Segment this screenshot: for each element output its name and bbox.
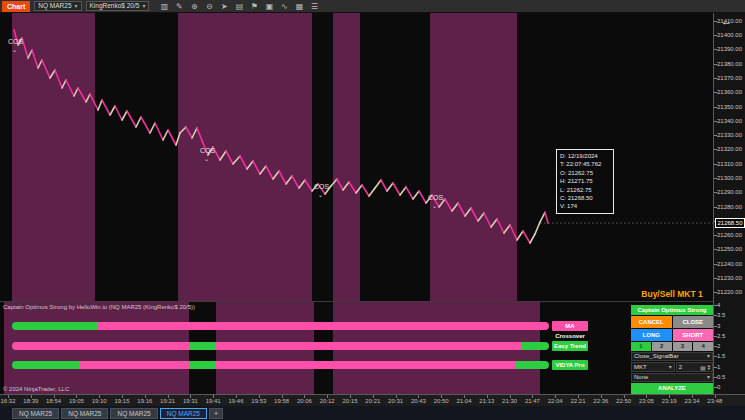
order-type-dropdown[interactable]: MKT ▾ xyxy=(631,362,675,372)
atm-strategy-dropdown[interactable]: None ▾ xyxy=(631,373,713,382)
price-segment xyxy=(141,117,150,133)
instrument-selector[interactable]: NQ MAR25 ▾ xyxy=(34,1,81,11)
add-tab-button[interactable]: + xyxy=(209,408,223,419)
tab-nq-mar25-3[interactable]: NQ MAR25 xyxy=(110,408,157,419)
tab-nq-mar25-2[interactable]: NQ MAR25 xyxy=(61,408,108,419)
time-axis-label: 20:12 xyxy=(320,398,335,404)
tab-nq-mar25-1[interactable]: NQ MAR25 xyxy=(12,408,59,419)
bars-icon[interactable]: ▥ xyxy=(159,1,169,12)
indicator-label: Easy Trend xyxy=(552,341,588,351)
price-segment xyxy=(110,106,115,115)
draw-icon[interactable]: ✎ xyxy=(174,1,184,12)
indicator-axis-label: 4 xyxy=(717,302,720,308)
price-segment xyxy=(163,130,168,140)
price-segment xyxy=(540,212,545,222)
analyze-button[interactable]: ANALYZE xyxy=(631,383,713,394)
toolbar-icons: ▥✎⊕⊖➤▤⚑▣∿▦☰ xyxy=(159,1,319,12)
price-axis-label: 21260.00 xyxy=(717,232,742,238)
price-axis[interactable]: ← 21268.50 21410.0021400.0021390.0021380… xyxy=(713,13,745,394)
time-axis-label: 22:50 xyxy=(616,398,631,404)
indicator-label: MA Crossover xyxy=(552,321,588,331)
price-segment xyxy=(375,180,381,188)
chevron-down-icon: ▾ xyxy=(142,2,145,10)
price-chart[interactable]: COS⌄COS⌄COS⌄COS⌄ D: 12/19/2024T: 22:07:4… xyxy=(0,13,713,301)
indicator-panel[interactable]: Captain Optimus Strong by HelloWin.io (N… xyxy=(0,301,713,394)
price-axis-label: 21370.00 xyxy=(717,75,742,81)
zoom-out-icon[interactable]: ⊖ xyxy=(204,1,214,12)
close-mode-dropdown[interactable]: Close_SignalBar ▾ xyxy=(631,352,713,361)
cancel-button[interactable]: CANCEL xyxy=(631,316,672,328)
spin-down-icon[interactable]: ▾ xyxy=(708,367,710,371)
last-price-marker: 21268.50 xyxy=(715,218,745,228)
preset-button-4[interactable]: 4 xyxy=(693,342,713,351)
time-axis-label: 22:04 xyxy=(548,398,563,404)
time-axis-label: 23:48 xyxy=(707,398,722,404)
preset-button-2[interactable]: 2 xyxy=(652,342,672,351)
atm-strategy-value: None xyxy=(634,374,648,381)
time-axis-label: 19:41 xyxy=(206,398,221,404)
chevron-down-icon: ▾ xyxy=(707,374,710,381)
indicator-bar-segment xyxy=(516,361,549,369)
price-segment xyxy=(122,111,127,120)
series-type-selector[interactable]: KingRenko$ 20/5 ▾ xyxy=(86,1,150,11)
time-axis-label: 22:21 xyxy=(570,398,585,404)
indicator-bar-segment xyxy=(189,342,216,350)
indicator-bar-segment xyxy=(12,342,189,350)
quantity-spinner[interactable]: ▴▾ xyxy=(708,364,710,371)
indicator-bar-segment xyxy=(97,322,549,330)
copyright-text: © 2024 NinjaTrader, LLC xyxy=(3,386,69,392)
time-axis-label: 21:04 xyxy=(456,398,471,404)
price-axis-label: 21250.00 xyxy=(717,246,742,252)
price-segment xyxy=(127,111,136,127)
list-icon[interactable]: ☰ xyxy=(309,1,319,12)
quantity-value: 2 xyxy=(679,364,698,370)
time-axis-label: 19:53 xyxy=(251,398,266,404)
time-axis-label: 20:06 xyxy=(297,398,312,404)
strategy-title-button[interactable]: Captain Optimus Strong xyxy=(631,305,713,315)
time-axis-label: 20:15 xyxy=(342,398,357,404)
close-button[interactable]: CLOSE xyxy=(673,316,714,328)
price-segment xyxy=(136,117,141,127)
time-axis-label: 21:30 xyxy=(502,398,517,404)
time-axis-label: 22:36 xyxy=(593,398,608,404)
time-axis-label: 21:13 xyxy=(479,398,494,404)
chevron-down-icon: ▾ xyxy=(75,2,78,10)
keypad-icon[interactable]: ▦ xyxy=(700,364,706,371)
quantity-stepper[interactable]: 2 ▦ ▴▾ xyxy=(676,362,713,372)
price-axis-label: 21280.00 xyxy=(717,204,742,210)
wave-icon[interactable]: ∿ xyxy=(279,1,289,12)
signal-arrow-icon: ⌄ xyxy=(318,192,323,198)
price-axis-label: 21240.00 xyxy=(717,261,742,267)
time-axis-label: 21:47 xyxy=(525,398,540,404)
chart-menu-button[interactable]: Chart xyxy=(2,1,30,12)
indicator-axis-label: 2 xyxy=(717,343,720,349)
time-axis-label: 19:15 xyxy=(114,398,129,404)
time-axis-label: 20:43 xyxy=(411,398,426,404)
preset-button-3[interactable]: 3 xyxy=(673,342,693,351)
price-axis-label: 21220.00 xyxy=(717,289,742,295)
back-arrow-icon[interactable]: ← xyxy=(721,15,732,27)
price-segment xyxy=(362,185,369,196)
camera-icon[interactable]: ▣ xyxy=(264,1,274,12)
zoom-in-icon[interactable]: ⊕ xyxy=(189,1,199,12)
flag-icon[interactable]: ⚑ xyxy=(249,1,259,12)
price-axis-label: 21300.00 xyxy=(717,175,742,181)
cursor-icon[interactable]: ➤ xyxy=(219,1,229,12)
indicator-bar-segment xyxy=(12,361,80,369)
time-axis-label: 23:05 xyxy=(639,398,654,404)
short-button[interactable]: SHORT xyxy=(673,329,714,341)
signal-band xyxy=(178,13,312,301)
tab-nq-mar25-4[interactable]: NQ MAR25 xyxy=(160,408,207,419)
price-axis-label: 21390.00 xyxy=(717,46,742,52)
time-axis[interactable]: 16:3218:3918:5419:0519:1019:1519:1619:21… xyxy=(0,394,745,406)
price-segment xyxy=(393,183,400,195)
data-box-row: H: 21271.75 xyxy=(560,177,610,185)
indicator-axis-label: 0 xyxy=(717,384,720,390)
indicator-bar-2 xyxy=(12,342,549,350)
preset-button-1[interactable]: 1 xyxy=(631,342,651,351)
long-button[interactable]: LONG xyxy=(631,329,672,341)
price-segment xyxy=(413,191,419,199)
data-box-row: C: 21268.50 xyxy=(560,194,610,202)
page-icon[interactable]: ▤ xyxy=(234,1,244,12)
grid-icon[interactable]: ▦ xyxy=(294,1,304,12)
